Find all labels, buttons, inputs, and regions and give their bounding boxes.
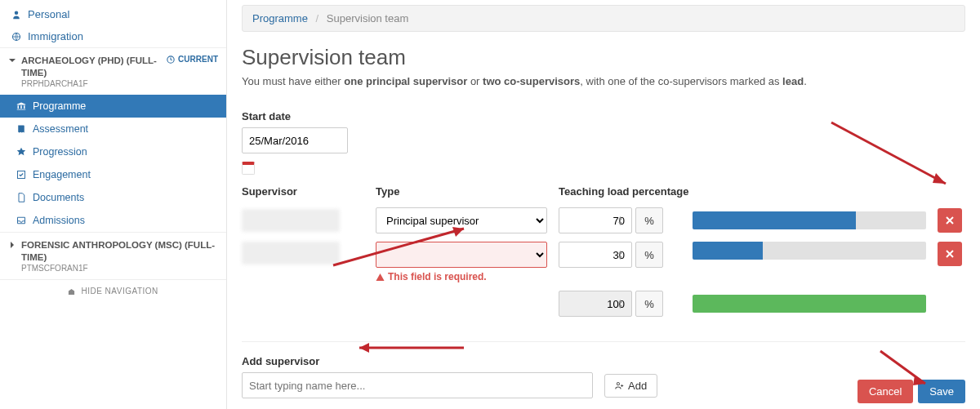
col-header-load: Teaching load percentage	[559, 185, 688, 198]
percent-button[interactable]: %	[635, 207, 663, 233]
add-supervisor-input[interactable]	[242, 372, 593, 398]
sidebar-item-immigration[interactable]: Immigration	[0, 25, 226, 47]
file-icon	[16, 193, 26, 202]
breadcrumb-separator: /	[316, 12, 319, 24]
programme-code: PRPHDARCHA1F	[21, 79, 162, 88]
delete-row-button[interactable]	[938, 208, 962, 233]
footer-buttons: Cancel Save	[858, 380, 965, 403]
supervisor-name-redacted	[242, 242, 340, 265]
breadcrumb: Programme / Supervision team	[242, 5, 965, 32]
sidebar-item-personal[interactable]: Personal	[0, 3, 226, 25]
programme-code: PTMSCFORAN1F	[21, 264, 218, 273]
spinner-buttons: ▲▼	[617, 292, 630, 315]
start-date-input[interactable]	[242, 127, 348, 153]
percent-button[interactable]: %	[635, 242, 663, 268]
load-bar	[693, 242, 926, 260]
page-subtitle: You must have either one principal super…	[242, 75, 965, 87]
user-icon	[11, 10, 21, 20]
add-supervisor-label: Add supervisor	[242, 355, 965, 367]
cancel-button[interactable]: Cancel	[858, 380, 913, 403]
sidebar-sub-label: Admissions	[33, 215, 85, 226]
warning-icon	[376, 273, 385, 282]
supervisor-row: Principal supervisor ▲▼ %	[242, 207, 965, 233]
programme-title: ARCHAEOLOGY (PHD) (FULL-TIME)	[21, 55, 162, 79]
breadcrumb-current: Supervision team	[327, 12, 408, 24]
spinner-buttons[interactable]: ▲▼	[617, 209, 630, 232]
calendar-icon[interactable]	[242, 162, 255, 175]
sidebar-item-label: Immigration	[28, 30, 83, 42]
delete-row-button[interactable]	[938, 242, 962, 266]
type-select[interactable]	[376, 242, 547, 268]
sidebar-sub-engagement[interactable]: Engagement	[0, 163, 226, 186]
sidebar-sub-documents[interactable]: Documents	[0, 186, 226, 209]
hide-navigation-button[interactable]: HIDE NAVIGATION	[0, 279, 226, 302]
sidebar-sub-programme[interactable]: Programme	[0, 95, 226, 118]
sidebar-sub-label: Programme	[33, 100, 86, 112]
book-icon	[16, 124, 26, 134]
clock-icon	[167, 56, 175, 64]
sidebar: Personal Immigration ARCHAEOLOGY (PHD) (…	[0, 0, 227, 409]
close-icon	[946, 216, 954, 225]
close-icon	[946, 250, 954, 258]
load-bar	[693, 211, 926, 229]
inbox-icon	[16, 216, 26, 225]
sidebar-sub-admissions[interactable]: Admissions	[0, 209, 226, 232]
sidebar-sub-label: Assessment	[33, 123, 88, 135]
page-title: Supervision team	[242, 45, 965, 70]
globe-icon	[11, 32, 21, 42]
sidebar-sub-label: Progression	[33, 146, 87, 158]
svg-marker-4	[933, 173, 946, 184]
main-panel: Programme / Supervision team Supervision…	[227, 0, 980, 409]
sidebar-sub-label: Documents	[33, 192, 84, 203]
check-square-icon	[16, 170, 26, 180]
sidebar-sub-progression[interactable]: Progression	[0, 140, 226, 163]
sidebar-sub-assessment[interactable]: Assessment	[0, 118, 226, 140]
programme-header-archaeology[interactable]: ARCHAEOLOGY (PHD) (FULL-TIME) PRPHDARCHA…	[0, 47, 226, 95]
sidebar-sub-label: Engagement	[33, 169, 91, 180]
home-icon	[68, 288, 75, 296]
add-button[interactable]: Add	[604, 374, 657, 398]
total-bar	[693, 295, 926, 313]
star-icon	[16, 147, 26, 157]
supervisor-row: This field is required. ▲▼ %	[242, 242, 965, 282]
field-error: This field is required.	[376, 271, 547, 282]
col-header-supervisor: Supervisor	[242, 185, 364, 198]
breadcrumb-parent[interactable]: Programme	[252, 12, 308, 24]
total-row: ▲▼ %	[242, 291, 965, 317]
start-date-label: Start date	[242, 110, 965, 122]
chevron-right-icon	[8, 241, 16, 249]
current-badge: CURRENT	[167, 55, 218, 64]
chevron-down-icon	[8, 56, 16, 64]
bank-icon	[16, 101, 26, 111]
user-plus-icon	[615, 381, 624, 390]
col-header-type: Type	[376, 185, 547, 198]
supervisor-name-redacted	[242, 209, 340, 232]
save-button[interactable]: Save	[918, 380, 965, 403]
programme-title: FORENSIC ANTHROPOLOGY (MSC) (FULL-TIME)	[21, 239, 218, 264]
type-select[interactable]: Principal supervisor	[376, 207, 547, 233]
percent-button: %	[635, 291, 663, 317]
programme-header-forensic[interactable]: FORENSIC ANTHROPOLOGY (MSC) (FULL-TIME) …	[0, 232, 226, 279]
spinner-buttons[interactable]: ▲▼	[617, 243, 630, 266]
sidebar-item-label: Personal	[28, 8, 69, 20]
